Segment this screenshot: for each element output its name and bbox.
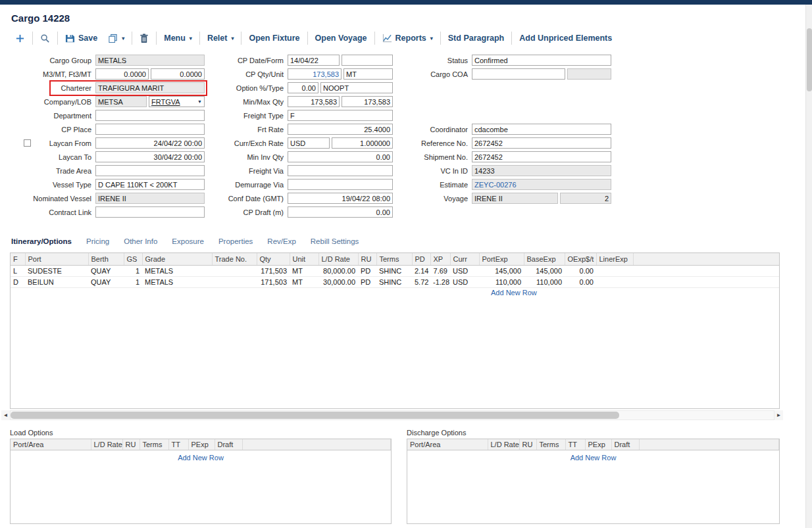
cell-ru[interactable]: PD	[358, 276, 376, 287]
cargo-coa-field[interactable]	[472, 68, 565, 80]
cell-oexp[interactable]: 0.00	[565, 265, 596, 276]
shipment-no-field[interactable]: 2672452	[472, 151, 611, 162]
cell-ld-rate[interactable]: 30,000.00	[318, 276, 358, 287]
tab-itinerary-options[interactable]: Itinerary/Options	[11, 237, 72, 247]
option-type-field[interactable]: NOOPT	[320, 82, 393, 93]
cell-berth[interactable]: QUAY	[88, 265, 124, 276]
min-qty-field[interactable]: 173,583	[288, 96, 340, 107]
lob-dropdown[interactable]: FRTGVA ▼	[149, 96, 205, 107]
horizontal-scrollbar[interactable]: ◄ ►	[1, 410, 783, 420]
horizontal-scrollbar-track[interactable]	[10, 410, 774, 420]
conf-date-field[interactable]: 19/04/22 08:00	[288, 193, 393, 204]
cell-f[interactable]: L	[11, 265, 25, 276]
cell-port[interactable]: SUDESTE	[25, 265, 88, 276]
cp-date-field[interactable]: 14/04/22	[288, 55, 340, 66]
coordinator-field[interactable]: cdacombe	[472, 124, 611, 135]
open-voyage-button[interactable]: Open Voyage	[310, 32, 372, 45]
save-button[interactable]: Save	[60, 32, 103, 45]
cp-place-field[interactable]	[95, 124, 205, 135]
cell-linerexp[interactable]	[596, 276, 633, 287]
tab-pricing[interactable]: Pricing	[86, 237, 109, 247]
cell-linerexp[interactable]	[596, 265, 633, 276]
cell-pd[interactable]: 2.14	[412, 265, 430, 276]
min-inv-qty-field[interactable]: 0.00	[288, 151, 393, 162]
cp-draft-field[interactable]: 0.00	[288, 206, 393, 218]
discharge-options-add-new-row[interactable]: Add New Row	[407, 454, 779, 462]
relet-button[interactable]: Relet ▾	[202, 32, 240, 45]
cell-curr[interactable]: USD	[450, 265, 479, 276]
cell-qty[interactable]: 171,503	[257, 276, 290, 287]
voyage-vessel-field[interactable]: IRENE II	[472, 193, 558, 204]
option-pct-field[interactable]: 0.00	[288, 82, 318, 93]
company-field[interactable]: METSA	[95, 96, 147, 107]
cell-pd[interactable]: 5.72	[412, 276, 430, 287]
vertical-scrollbar[interactable]	[805, 5, 812, 528]
estimate-link-field[interactable]: ZEYC-00276	[472, 179, 611, 190]
curr-field[interactable]: USD	[288, 137, 330, 149]
reference-no-field[interactable]: 2672452	[472, 137, 611, 149]
cp-qty-field[interactable]: 173,583	[288, 68, 342, 80]
department-field[interactable]	[95, 110, 205, 121]
cp-form-field[interactable]	[342, 55, 393, 66]
cell-berth[interactable]: QUAY	[88, 276, 124, 287]
menu-button[interactable]: Menu ▾	[159, 32, 197, 45]
status-field[interactable]: Confirmed	[472, 55, 611, 66]
contract-link-field[interactable]	[95, 206, 205, 218]
voyage-no-field[interactable]: 2	[560, 193, 611, 204]
cell-gs[interactable]: 1	[124, 265, 142, 276]
cell-trade-no[interactable]	[212, 276, 257, 287]
reports-button[interactable]: Reports ▾	[377, 32, 438, 45]
nominated-vessel-field[interactable]: IRENE II	[95, 193, 205, 204]
freight-via-field[interactable]	[288, 165, 393, 176]
laycan-to-field[interactable]: 30/04/22 00:00	[95, 151, 205, 162]
cell-grade[interactable]: METALS	[142, 276, 212, 287]
cell-unit[interactable]: MT	[290, 276, 318, 287]
trade-area-field[interactable]	[95, 165, 205, 176]
tab-other-info[interactable]: Other Info	[124, 237, 157, 247]
cell-port[interactable]: BEILUN	[25, 276, 88, 287]
itinerary-add-new-row[interactable]: Add New Row	[491, 289, 537, 297]
cargo-coa-field-2[interactable]	[567, 68, 611, 80]
cell-baseexp[interactable]: 110,000	[524, 276, 565, 287]
cell-f[interactable]: D	[11, 276, 25, 287]
tab-rebill-settings[interactable]: Rebill Settings	[311, 237, 359, 247]
cell-grade[interactable]: METALS	[142, 265, 212, 276]
m3mt-field-2[interactable]: 0.0000	[151, 68, 205, 80]
cell-oexp[interactable]: 0.00	[565, 276, 596, 287]
cell-trade-no[interactable]	[212, 265, 257, 276]
cell-terms[interactable]: SHINC	[376, 276, 412, 287]
exch-rate-field[interactable]: 1.000000	[332, 137, 393, 149]
vc-in-id-field[interactable]: 14233	[472, 165, 611, 176]
cell-portexp[interactable]: 145,000	[479, 265, 524, 276]
cell-gs[interactable]: 1	[124, 276, 142, 287]
cell-terms[interactable]: SHINC	[376, 265, 412, 276]
demurrage-via-field[interactable]	[288, 179, 393, 190]
vertical-scrollbar-thumb[interactable]	[807, 28, 812, 91]
scroll-left-arrow-icon[interactable]: ◄	[1, 410, 10, 420]
scroll-right-arrow-icon[interactable]: ►	[774, 410, 783, 420]
std-paragraph-button[interactable]: Std Paragraph	[443, 32, 509, 45]
m3mt-field-1[interactable]: 0.0000	[95, 68, 149, 80]
cargo-group-field[interactable]: METALS	[95, 55, 205, 66]
cp-unit-field[interactable]: MT	[343, 68, 393, 80]
delete-button[interactable]	[134, 32, 154, 45]
tab-exposure[interactable]: Exposure	[172, 237, 204, 247]
laycan-from-checkbox[interactable]	[24, 139, 31, 147]
horizontal-scrollbar-thumb[interactable]	[11, 412, 619, 419]
frt-rate-field[interactable]: 25.4000	[288, 124, 393, 135]
cell-xp[interactable]: -1.28	[430, 276, 450, 287]
add-button[interactable]	[10, 32, 30, 45]
add-unpriced-elements-button[interactable]: Add Unpriced Elements	[514, 32, 617, 45]
vessel-type-field[interactable]: D CAPE 110KT < 200KT	[95, 179, 205, 190]
search-button[interactable]	[35, 32, 55, 45]
freight-type-field[interactable]: F	[288, 110, 393, 121]
cell-qty[interactable]: 171,503	[257, 265, 290, 276]
laycan-from-field[interactable]: 24/04/22 00:00	[95, 137, 205, 149]
tab-rev-exp[interactable]: Rev/Exp	[267, 237, 295, 247]
open-fixture-button[interactable]: Open Fixture	[243, 32, 305, 45]
cell-xp[interactable]: 7.69	[430, 265, 450, 276]
copy-dropdown-button[interactable]: ▾	[103, 32, 130, 45]
cell-baseexp[interactable]: 145,000	[524, 265, 565, 276]
cell-portexp[interactable]: 110,000	[479, 276, 524, 287]
max-qty-field[interactable]: 173,583	[342, 96, 393, 107]
